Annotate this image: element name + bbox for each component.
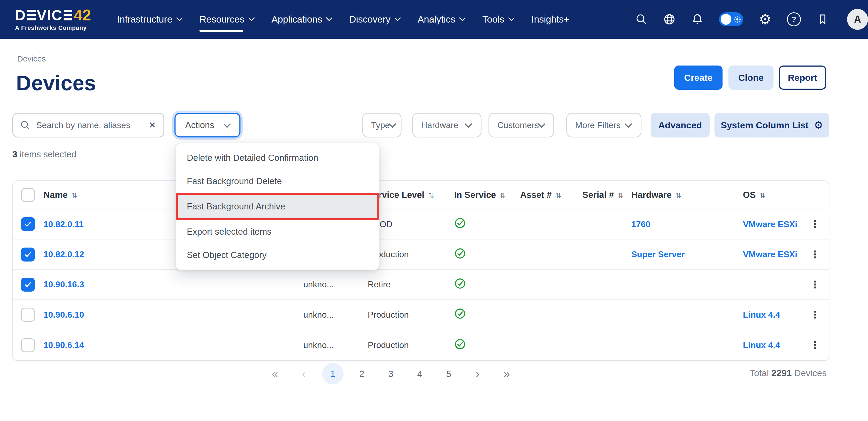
in-service-cell: [452, 308, 518, 322]
pagination-prev[interactable]: ‹: [293, 363, 315, 385]
device-name-link[interactable]: 10.90.16.3: [43, 279, 84, 289]
row-menu-kebab-icon[interactable]: ⋮: [810, 249, 829, 260]
chevron-down-icon: [625, 120, 632, 128]
in-service-cell: [452, 338, 518, 352]
device42-logo[interactable]: DVIC42 A Freshworks Company: [15, 7, 105, 31]
selected-count: 3: [12, 149, 17, 159]
pagination-next[interactable]: ›: [467, 363, 489, 385]
filter-customers[interactable]: Customers: [489, 113, 554, 138]
chevron-down-icon: [459, 14, 465, 21]
device-name-link[interactable]: 10.82.0.11: [43, 219, 84, 229]
menu-item-fast-background-delete[interactable]: Fast Background Delete: [176, 170, 379, 193]
column-header-serial[interactable]: Serial #⇅: [580, 190, 628, 200]
type-cell: unkno...: [301, 310, 365, 320]
check-icon: [23, 280, 32, 289]
row-menu-kebab-icon[interactable]: ⋮: [810, 279, 829, 290]
nav-discovery[interactable]: Discovery: [349, 0, 400, 39]
clear-search-icon[interactable]: ✕: [149, 120, 156, 130]
row-menu-kebab-icon[interactable]: ⋮: [810, 219, 829, 229]
os-link[interactable]: VMware ESXi: [743, 249, 798, 259]
in-service-cell: [452, 247, 518, 262]
filter-hardware[interactable]: Hardware: [412, 113, 482, 138]
pagination-page-3[interactable]: 3: [380, 363, 402, 385]
page-title: Devices: [16, 71, 96, 95]
settings-gear-icon[interactable]: ⚙: [759, 12, 771, 26]
pagination-page-2[interactable]: 2: [351, 363, 373, 385]
breadcrumb[interactable]: Devices: [17, 54, 46, 63]
user-avatar[interactable]: A: [847, 9, 868, 30]
nav-tools[interactable]: Tools: [482, 0, 514, 39]
select-all-checkbox[interactable]: [21, 188, 35, 202]
sort-icon: ⇅: [618, 191, 623, 200]
nav-analytics[interactable]: Analytics: [417, 0, 465, 39]
row-checkbox[interactable]: [21, 278, 35, 292]
column-header-asset[interactable]: Asset #⇅: [518, 190, 580, 200]
filter-more-filters[interactable]: More Filters: [566, 113, 642, 138]
hardware-link[interactable]: Super Server: [631, 249, 685, 259]
clone-button[interactable]: Clone: [728, 65, 774, 90]
search-input[interactable]: [35, 120, 146, 131]
search-icon[interactable]: [635, 13, 648, 26]
menu-item-fast-background-archive[interactable]: Fast Background Archive: [176, 193, 379, 220]
nav-resources[interactable]: Resources: [199, 0, 254, 39]
brand-letter-e-bars: [27, 10, 36, 21]
sort-icon: ⇅: [500, 191, 506, 200]
filter-type[interactable]: Type: [362, 113, 402, 138]
pagination-last[interactable]: »: [496, 363, 518, 385]
bookmark-icon[interactable]: [816, 13, 829, 26]
in-service-check-icon: [454, 278, 466, 290]
system-column-list-button[interactable]: System Column List⚙: [714, 113, 829, 138]
check-icon: [23, 220, 32, 229]
service-level-cell: Production: [365, 340, 452, 350]
os-link[interactable]: Linux 4.4: [743, 340, 780, 350]
chevron-down-icon: [508, 14, 515, 21]
device-name-link[interactable]: 10.90.6.10: [43, 310, 84, 320]
row-menu-kebab-icon[interactable]: ⋮: [810, 309, 829, 320]
actions-dropdown-button[interactable]: Actions: [175, 113, 241, 138]
help-icon[interactable]: ?: [787, 12, 801, 26]
report-button[interactable]: Report: [779, 65, 826, 90]
menu-item-delete-with-detailed-confirmation[interactable]: Delete with Detailed Confirmation: [176, 146, 379, 170]
pagination-page-4[interactable]: 4: [409, 363, 431, 385]
row-checkbox[interactable]: [21, 308, 35, 322]
total-devices-summary: Total 2291 Devices: [750, 368, 827, 378]
device-name-link[interactable]: 10.90.6.14: [43, 340, 84, 350]
column-header-os[interactable]: OS⇅: [740, 190, 807, 200]
nav-applications[interactable]: Applications: [272, 0, 332, 39]
pagination-first[interactable]: «: [264, 363, 286, 385]
table-row: 10.90.6.10 unkno... Production Linux 4.4…: [13, 300, 829, 330]
globe-icon[interactable]: [663, 13, 676, 26]
pagination-page-5[interactable]: 5: [438, 363, 460, 385]
create-button[interactable]: Create: [674, 65, 722, 90]
row-checkbox[interactable]: [21, 217, 35, 231]
device-search-box: ✕: [12, 113, 164, 138]
column-header-hardware[interactable]: Hardware⇅: [628, 190, 740, 200]
top-navigation-bar: DVIC42 A Freshworks Company Infrastructu…: [0, 0, 868, 39]
chevron-down-icon: [326, 14, 333, 21]
chevron-down-icon: [248, 14, 255, 21]
pagination-page-1[interactable]: 1: [322, 363, 344, 385]
row-checkbox[interactable]: [21, 247, 35, 262]
service-level-cell: Production: [365, 310, 452, 320]
nav-insights-plus[interactable]: Insights+: [531, 0, 569, 39]
table-row: 10.90.6.14 unkno... Production Linux 4.4…: [13, 330, 829, 360]
nav-infrastructure[interactable]: Infrastructure: [117, 0, 182, 39]
os-link[interactable]: VMware ESXi: [743, 219, 798, 229]
advanced-button[interactable]: Advanced: [651, 113, 710, 138]
sort-icon: ⇅: [428, 191, 434, 200]
hardware-link[interactable]: 1760: [631, 219, 650, 229]
topbar-icon-group: ⚙ ?: [635, 12, 829, 26]
service-level-cell: Retire: [365, 279, 452, 290]
menu-item-export-selected-items[interactable]: Export selected items: [176, 220, 379, 243]
row-checkbox[interactable]: [21, 338, 35, 352]
type-cell: unkno...: [301, 279, 365, 290]
device-name-link[interactable]: 10.82.0.12: [43, 249, 84, 259]
main-nav: Infrastructure Resources Applications Di…: [117, 0, 569, 39]
chevron-down-icon: [176, 14, 183, 21]
column-header-in-service[interactable]: In Service⇅: [452, 190, 518, 200]
os-link[interactable]: Linux 4.4: [743, 310, 780, 320]
notifications-bell-icon[interactable]: [691, 13, 704, 26]
theme-toggle[interactable]: [719, 12, 743, 26]
row-menu-kebab-icon[interactable]: ⋮: [810, 340, 829, 351]
menu-item-set-object-category[interactable]: Set Object Category: [176, 243, 379, 267]
